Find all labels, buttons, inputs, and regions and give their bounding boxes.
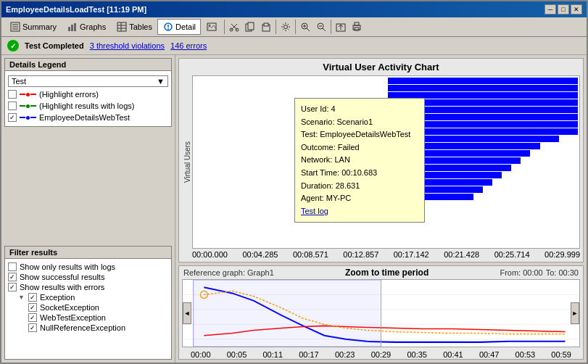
svg-line-26 [307,28,310,31]
bx-label-2: 00:11 [262,350,283,359]
x-label-1: 00:04.285 [242,250,278,259]
filter-label-exception: Exception [40,293,75,302]
filter-checkbox-witherrors[interactable] [8,283,17,291]
legend-checkbox-webtest[interactable] [8,113,17,122]
tb-zoom-out[interactable] [313,19,329,35]
filter-label-webtestexc: WebTestException [40,313,106,322]
filter-checkbox-exception[interactable] [28,293,37,302]
x-label-2: 00:08.571 [293,250,328,259]
tb-sep2 [276,20,276,34]
window-controls: ─ □ ✕ [544,4,582,15]
tooltip-scenario: Scenario: Scenario1 [301,116,418,129]
main-chart-inner: Virtual Users [182,75,580,249]
filter-label-nullrefexc: NullReferenceException [40,323,125,332]
svg-rect-35 [355,22,359,25]
menu-tables-label: Tables [129,22,152,31]
tb-print[interactable] [349,19,365,35]
main-content: Details Legend Test ▼ (High [1,55,587,363]
tb-cut[interactable] [226,19,242,35]
errors-link[interactable]: 146 errors [170,41,207,50]
bottom-chart-plot: ◄ ► [182,279,580,347]
tb-export[interactable] [333,19,349,35]
bx-label-9: 00:53 [515,350,536,359]
filter-checkbox-webtestexc[interactable] [28,313,37,322]
threshold-violations-link[interactable]: 3 threshold violations [90,41,165,50]
y-axis-label: Virtual Users [182,75,192,249]
filter-item-socketexc: SocketException [8,302,168,313]
legend-line-webtest [20,116,36,120]
tooltip-testlog-link[interactable]: Test log [301,207,328,215]
bottom-chart-xaxis: 00:00 00:05 00:11 00:17 00:23 00:29 00:3… [179,350,583,359]
bx-label-1: 00:05 [227,350,247,359]
tooltip-outcome: Outcome: Failed [301,141,418,154]
legend-item-webtest: EmployeeDetailsWebTest [8,112,168,123]
main-chart-plot: User Id: 4 Scenario: Scenario1 Test: Emp… [192,75,580,249]
user-tooltip: User Id: 4 Scenario: Scenario1 Test: Emp… [294,98,425,223]
status-text: Test Completed [25,41,84,50]
filter-item-exception: ▼ Exception [8,292,168,302]
bx-label-7: 00:41 [443,350,463,359]
scroll-right-btn[interactable]: ► [571,302,579,324]
menu-summary[interactable]: Summary [4,19,62,35]
toolbar-area: Summary Graphs Tables Detail [1,17,587,37]
zoom-title: Zoom to time period [277,268,497,278]
bx-label-5: 00:29 [371,350,392,359]
toolbar-separator [224,20,225,34]
bx-label-3: 00:17 [299,350,319,359]
x-label-3: 00:12.857 [343,250,378,259]
tree-expand-exception[interactable]: ▼ [18,294,25,301]
user-bar [388,78,579,84]
filter-checkbox-nullrefexc[interactable] [28,323,37,332]
legend-spacer [1,130,175,243]
menu-tables[interactable]: Tables [111,19,157,35]
filter-section: Filter results Show only results with lo… [4,246,172,360]
tables-icon [116,21,128,33]
tb-sep4 [331,20,331,34]
menu-bar: Summary Graphs Tables Detail [1,17,587,36]
filter-checkbox-successful[interactable] [8,273,17,281]
scroll-left-btn[interactable]: ◄ [183,302,191,324]
svg-rect-23 [264,23,268,26]
menu-image[interactable] [201,19,223,35]
bx-label-6: 00:35 [407,350,427,359]
legend-title: Details Legend [5,59,171,71]
maximize-button[interactable]: □ [558,4,569,15]
zoom-chart-svg [183,280,579,347]
bx-label-0: 00:00 [191,350,211,359]
legend-label-logs: (Highlight results with logs) [39,102,134,110]
x-label-4: 00:17.142 [394,250,429,259]
tb-copy[interactable] [242,19,258,35]
legend-checkbox-logs[interactable] [8,102,17,110]
tooltip-userid: User Id: 4 [301,103,418,116]
tb-settings[interactable] [278,19,294,35]
tb-zoom-in[interactable] [297,19,313,35]
tb-paste[interactable] [258,19,274,35]
detail-icon [162,21,174,33]
x-label-5: 00:21.428 [444,250,479,259]
bottom-chart-header: Reference graph: Graph1 Zoom to time per… [179,266,583,279]
menu-graphs[interactable]: Graphs [62,19,111,35]
legend-dropdown-label: Test [12,77,26,86]
filter-checkbox-onlylogs[interactable] [8,262,17,271]
x-label-6: 00:25.714 [494,250,530,259]
window-title: EmployeeDetailsLoadTest [11:19 PM] [6,5,146,14]
minimize-button[interactable]: ─ [544,4,556,15]
main-window: EmployeeDetailsLoadTest [11:19 PM] ─ □ ✕… [0,0,588,364]
menu-detail[interactable]: Detail [157,19,201,35]
to-label: To: 00:30 [546,268,579,277]
filter-checkbox-socketexc[interactable] [28,303,37,312]
legend-label-errors: (Highlight errors) [39,90,99,99]
bx-label-4: 00:23 [335,350,355,359]
main-chart-title: Virtual User Activity Chart [182,62,580,73]
svg-rect-21 [248,22,254,30]
close-button[interactable]: ✕ [571,4,582,15]
dropdown-arrow: ▼ [157,77,165,86]
status-icon: ✓ [7,40,19,51]
svg-rect-4 [68,27,70,31]
legend-checkbox-errors[interactable] [8,90,17,99]
legend-dropdown[interactable]: Test ▼ [8,75,168,87]
main-chart-xaxis: 00:00.000 00:04.285 00:08.571 00:12.857 … [182,249,580,259]
tooltip-starttime: Start Time: 00:10.683 [301,167,418,180]
from-label: From: 00:00 [500,268,542,277]
bx-label-8: 00:47 [479,350,500,359]
